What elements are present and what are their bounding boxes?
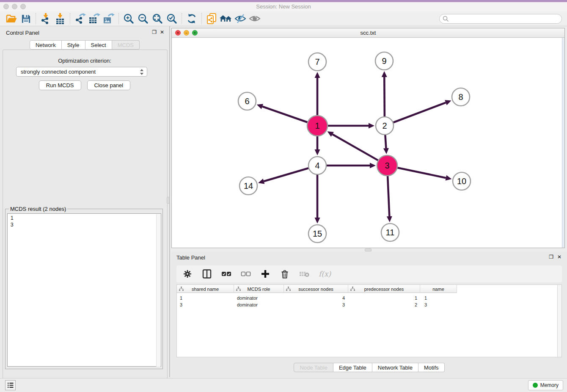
table-panel-close-button[interactable]: ✕	[557, 254, 561, 260]
tab-network-table[interactable]: Network Table	[372, 363, 418, 372]
network-file-button[interactable]	[204, 12, 219, 25]
import-network-button[interactable]	[39, 12, 53, 25]
table-panel: Table Panel ❐ ✕ f(x) shared name	[171, 252, 567, 377]
memory-button[interactable]: Memory	[528, 380, 563, 390]
export-network-icon	[74, 13, 86, 24]
mcds-result-groupbox: MCDS result (2 nodes) 1 3	[5, 209, 163, 369]
graph-edge-arrowhead	[445, 175, 451, 181]
create-column-button[interactable]	[260, 269, 270, 279]
export-table-icon	[88, 13, 100, 24]
tab-style[interactable]: Style	[62, 40, 85, 50]
network-vscrollbar[interactable]	[562, 38, 564, 248]
control-panel-header: Control Panel ❐ ✕	[0, 26, 169, 39]
graph-edge-1-6[interactable]	[262, 107, 308, 122]
graph-edge-2-8[interactable]	[394, 102, 446, 122]
zoom-selected-button[interactable]	[165, 12, 179, 25]
dropdown-stepper-icon	[140, 69, 144, 75]
column-header-successor-nodes[interactable]: successor nodes	[284, 285, 348, 293]
status-bar: Memory	[0, 378, 567, 392]
graph-node-label: 6	[245, 97, 249, 106]
graph-edge-4-14[interactable]	[264, 168, 308, 181]
cell-mcds-role: dominator	[237, 301, 258, 308]
mcds-buttons: Run MCDS Close panel	[0, 80, 169, 90]
graph-node-label: 9	[382, 56, 386, 66]
toolbar-separator	[118, 13, 119, 24]
tab-network[interactable]: Network	[30, 40, 62, 50]
table-settings-button[interactable]	[182, 269, 193, 279]
function-builder-button[interactable]: f(x)	[319, 270, 331, 278]
control-panel-float-button[interactable]: ❐	[152, 29, 157, 35]
tab-mcds[interactable]: MCDS	[112, 40, 140, 50]
zoom-selected-icon	[166, 13, 177, 24]
select-all-button[interactable]	[221, 269, 231, 279]
table-row[interactable]: 1 dominator 4 1 1	[177, 295, 457, 301]
home-button[interactable]	[219, 12, 233, 25]
network-graph[interactable]: 7968124314101511	[172, 38, 564, 248]
node-table[interactable]: shared name MCDS role successor nodes pr…	[176, 284, 562, 357]
save-session-button[interactable]	[19, 12, 33, 25]
graph-edge-arrowhead	[315, 218, 320, 224]
unchecked-boxes-icon	[241, 271, 251, 277]
zoom-fit-icon	[152, 13, 163, 24]
graph-node-label: 2	[382, 121, 387, 130]
tab-select[interactable]: Select	[85, 40, 112, 50]
zoom-in-button[interactable]	[121, 12, 136, 25]
graph-node-label: 8	[458, 92, 463, 102]
graph-edge-arrowhead	[369, 123, 374, 129]
graph-edge-2-3[interactable]	[385, 135, 386, 148]
show-all-button[interactable]	[248, 12, 262, 25]
cell-predecessor-nodes: 2	[348, 301, 417, 308]
delete-table-button[interactable]	[299, 269, 309, 279]
zoom-out-button[interactable]	[136, 12, 150, 25]
delete-column-button[interactable]	[280, 269, 290, 279]
graph-edge-arrowhead	[315, 149, 320, 155]
control-panel-close-button[interactable]: ✕	[160, 29, 164, 35]
column-header-name[interactable]: name	[420, 285, 457, 293]
column-header-mcds-role[interactable]: MCDS role	[234, 285, 284, 293]
column-header-shared-name[interactable]: shared name	[177, 285, 234, 293]
column-header-predecessor-nodes[interactable]: predecessor nodes	[348, 285, 420, 293]
graph-node-label: 11	[386, 228, 395, 237]
tab-node-table[interactable]: Node Table	[294, 363, 333, 372]
folder-open-icon	[6, 14, 17, 23]
horizontal-splitter-handle[interactable]	[365, 248, 372, 251]
vertical-splitter-handle[interactable]	[167, 197, 170, 204]
table-row[interactable]: 3 dominator 3 2 3	[177, 301, 457, 308]
result-scrollbar[interactable]	[156, 214, 160, 367]
import-network-icon	[40, 13, 51, 25]
zoom-out-icon	[138, 13, 149, 24]
deselect-all-button[interactable]	[241, 269, 251, 279]
export-table-button[interactable]	[87, 12, 102, 25]
open-file-button[interactable]	[4, 12, 19, 25]
table-toolbar: f(x)	[176, 265, 562, 282]
graph-edge-3-1[interactable]	[333, 134, 378, 160]
result-node: 1	[11, 215, 161, 221]
graph-edge-2-9[interactable]	[384, 77, 385, 116]
gear-icon	[183, 269, 192, 279]
hide-selected-button[interactable]	[233, 12, 248, 25]
apply-layout-button[interactable]	[184, 12, 199, 25]
export-network-button[interactable]	[73, 12, 87, 25]
show-column-panel-button[interactable]	[202, 269, 212, 279]
import-table-icon	[55, 13, 66, 25]
zoom-fit-button[interactable]	[150, 12, 165, 25]
export-image-button[interactable]	[102, 12, 116, 25]
import-table-button[interactable]	[53, 12, 67, 25]
run-mcds-button[interactable]: Run MCDS	[39, 80, 81, 90]
network-window-titlebar[interactable]: ✕ − + scc.txt	[172, 28, 564, 38]
table-vscrollbar[interactable]	[557, 285, 561, 357]
task-history-button[interactable]	[5, 380, 16, 390]
table-panel-title: Table Panel	[176, 254, 205, 261]
close-panel-button[interactable]: Close panel	[87, 80, 131, 90]
tab-edge-table[interactable]: Edge Table	[333, 363, 372, 372]
export-image-icon	[103, 13, 115, 24]
search-input[interactable]	[439, 14, 562, 24]
criterion-dropdown[interactable]: strongly connected component	[16, 67, 147, 77]
graph-edge-arrowhead	[445, 100, 451, 105]
graph-edge-3-10[interactable]	[397, 168, 446, 178]
table-panel-float-button[interactable]: ❐	[549, 254, 553, 260]
mcds-result-list[interactable]: 1 3	[7, 213, 161, 367]
network-view-window: ✕ − + scc.txt 7968124314101511	[171, 28, 565, 248]
graph-edge-3-11[interactable]	[388, 176, 389, 216]
tab-motifs[interactable]: Motifs	[418, 363, 445, 372]
